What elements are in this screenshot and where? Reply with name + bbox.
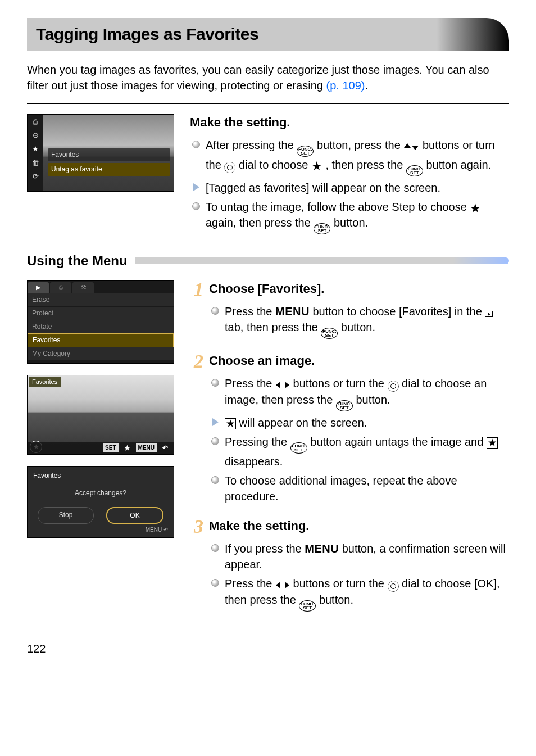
stop-button: Stop [38,507,94,524]
instruction-item: Press the MENU button to choose [Favorit… [209,304,509,339]
menu-item: Protect [28,307,174,320]
step-heading: Make the setting. [209,518,509,535]
svg-marker-1 [412,146,419,150]
func-set-icon: FUNC.SET [336,400,353,411]
back-icon: ↶ [160,443,170,454]
func-set-icon: FUNC.SET [406,165,423,176]
menu-item: Erase [28,293,174,307]
page-reference-link[interactable]: (p. 109) [326,79,365,92]
step-number: 3 [194,519,203,615]
step-1: 1 Choose [Favorites]. Press the MENU but… [190,280,509,342]
func-set-icon: FUNC.SET [290,442,307,454]
instruction-item: Press the buttons or turn the dial to ch… [209,375,509,411]
step-number: 1 [194,282,203,342]
func-set-icon: FUNC.SET [299,600,316,612]
screenshot-row-untag: Untag as favorite [48,163,170,176]
menu-button-label: MENU [275,305,310,318]
menu-item-selected: Favorites [28,333,174,347]
section-using-the-menu: Using the Menu [27,251,509,270]
star-icon: ★ [470,202,481,215]
svg-marker-3 [285,382,289,388]
star-icon: ★ [122,443,133,454]
boxed-star-icon: ★ [487,437,498,449]
set-label: SET [103,443,118,452]
instruction-item: After pressing the FUNC.SET button, pres… [190,137,509,176]
menu-item: My Category [28,347,174,361]
step-number: 2 [194,354,203,508]
svg-marker-4 [276,582,280,588]
intro-part2: . [365,79,368,92]
step-3: 3 Make the setting. If you press the MEN… [190,518,509,615]
heading-make-setting: Make the setting. [190,114,509,132]
func-set-icon: FUNC.SET [314,223,330,234]
func-set-icon: FUNC.SET [297,146,314,157]
svg-marker-0 [404,143,411,148]
playback-tab-icon: ▶ [28,282,49,293]
page-number: 122 [27,641,509,657]
instruction-item: To untag the image, follow the above Ste… [190,199,509,234]
svg-marker-2 [276,382,280,388]
overlay-title: Favorites [29,377,61,387]
screenshot-func-menu: ⎙⊝★🗑⟳ Favorites Untag as favorite [27,114,174,192]
up-down-icon [403,143,419,151]
star-icon: ★ [311,160,322,173]
screenshot-playback-menu: ▶ ⎙ 🛠 Erase Protect Rotate Favorites My … [27,280,174,364]
subsection-rule [135,257,509,264]
intro-text: When you tag images as favorites, you ca… [27,62,509,93]
ok-button: OK [106,507,163,524]
control-dial-icon [388,381,399,392]
block-make-setting: ⎙⊝★🗑⟳ Favorites Untag as favorite Make t… [27,114,509,238]
menu-item: Rotate [28,320,174,334]
screenshot-confirmation: Favorites Accept changes? Stop OK MENU ↶ [27,466,174,538]
instruction-item: If you press the MENU button, a confirma… [209,541,509,572]
instruction-item: Press the buttons or turn the dial to ch… [209,576,509,612]
menu-label: MENU [136,443,157,452]
step-heading: Choose an image. [209,352,509,370]
steps-grid: ▶ ⎙ 🛠 Erase Protect Rotate Favorites My … [27,280,509,625]
func-set-icon: FUNC.SET [321,328,338,339]
left-right-icon [275,581,290,589]
menu-label: MENU [146,527,162,533]
left-right-icon [275,381,290,389]
step-2: 2 Choose an image. Press the buttons or … [190,352,509,508]
confirm-title: Favorites [28,467,174,488]
svg-marker-5 [285,582,289,588]
subsection-title: Using the Menu [27,251,135,270]
page-title: Tagging Images as Favorites [36,25,258,43]
instruction-item: Pressing the FUNC.SET button again untag… [209,434,509,469]
step-heading: Choose [Favorites]. [209,280,509,298]
screenshot-favorite-image: Favorites ★ SET ★ MENU ↶ [27,375,174,455]
divider [27,103,509,104]
intro-part1: When you tag images as favorites, you ca… [27,64,489,92]
menu-hint: Tag as favorite [28,361,174,364]
screenshot-row-favorites: Favorites [48,148,170,161]
control-dial-icon [224,162,235,173]
confirm-question: Accept changes? [28,488,174,498]
boxed-star-icon: ★ [225,418,236,429]
control-dial-icon [388,581,399,592]
menu-button-label: MENU [305,542,339,555]
instruction-item: To choose additional images, repeat the … [209,473,509,504]
instruction-item: [Tagged as favorites] will appear on the… [190,180,509,196]
page-title-bar: Tagging Images as Favorites [27,18,509,51]
instruction-item: ★ will appear on the screen. [209,415,509,431]
playback-tab-icon [485,311,493,317]
